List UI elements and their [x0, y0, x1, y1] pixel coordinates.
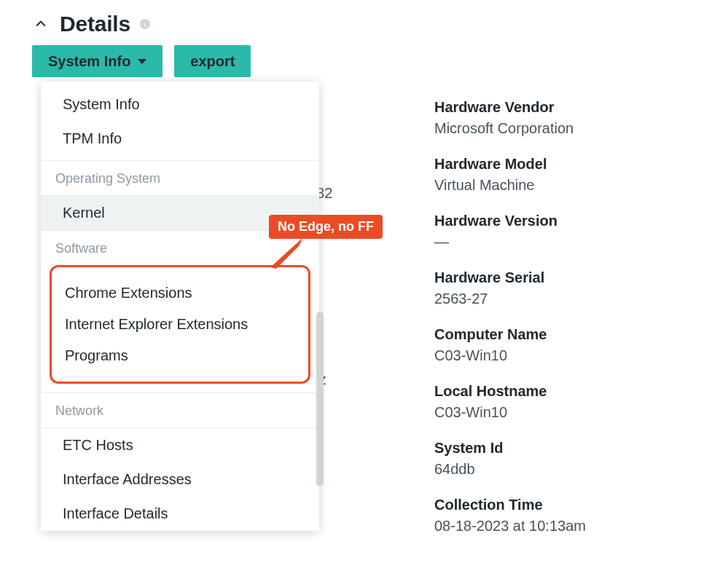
computer-name-value: C03-Win10 [434, 347, 697, 364]
hardware-vendor-label: Hardware Vendor [434, 99, 697, 116]
info-column: Hardware Vendor Microsoft Corporation Ha… [434, 99, 697, 553]
hardware-model-value: Virtual Machine [434, 177, 697, 194]
dropdown-item-ie-extensions[interactable]: Internet Explorer Extensions [65, 309, 295, 340]
dropdown-item-system-info[interactable]: System Info [41, 82, 319, 122]
system-id-label: System Id [434, 440, 697, 457]
computer-name-label: Computer Name [434, 326, 697, 343]
dropdown-item-tpm-info[interactable]: TPM Info [41, 122, 319, 160]
software-highlight-box: No Edge, no FF Chrome Extensions Interne… [50, 265, 310, 384]
collection-time-label: Collection Time [434, 497, 697, 513]
local-hostname-label: Local Hostname [434, 383, 697, 400]
scrollbar-thumb[interactable] [316, 312, 324, 486]
caret-down-icon [138, 59, 146, 64]
export-button-label: export [190, 53, 235, 70]
chevron-up-icon [34, 17, 48, 31]
hardware-version-label: Hardware Version [434, 213, 697, 229]
annotation-tail-icon [270, 238, 307, 270]
dropdown-item-chrome-extensions[interactable]: Chrome Extensions [65, 277, 295, 309]
collection-time-value: 08-18-2023 at 10:13am [434, 518, 697, 534]
export-button[interactable]: export [174, 45, 251, 77]
hardware-version-value: — [434, 234, 697, 250]
dropdown-scrollbar[interactable] [316, 312, 324, 537]
hardware-model-label: Hardware Model [434, 156, 697, 173]
annotation-callout: No Edge, no FF [269, 215, 383, 239]
annotation-label: No Edge, no FF [269, 215, 383, 239]
dropdown-item-interface-details[interactable]: Interface Details [41, 497, 319, 531]
system-info-dropdown-button[interactable]: System Info [32, 45, 163, 77]
info-icon[interactable]: i [139, 18, 151, 30]
dropdown-item-programs[interactable]: Programs [65, 340, 295, 371]
system-info-dropdown-panel: System Info TPM Info Operating System Ke… [41, 82, 319, 531]
collapse-toggle[interactable] [32, 15, 50, 33]
system-info-button-label: System Info [48, 53, 130, 70]
hardware-vendor-value: Microsoft Corporation [434, 120, 697, 137]
system-id-value: 64ddb [434, 461, 697, 478]
hardware-serial-label: Hardware Serial [434, 269, 697, 286]
svg-text:i: i [144, 20, 146, 28]
hardware-serial-value: 2563-27 [434, 291, 697, 307]
dropdown-item-interface-addresses[interactable]: Interface Addresses [41, 462, 319, 497]
local-hostname-value: C03-Win10 [434, 404, 697, 421]
dropdown-group-operating-system: Operating System [41, 160, 319, 195]
dropdown-group-network: Network [41, 392, 319, 427]
dropdown-item-etc-hosts[interactable]: ETC Hosts [41, 427, 319, 462]
section-title: Details [60, 12, 130, 36]
